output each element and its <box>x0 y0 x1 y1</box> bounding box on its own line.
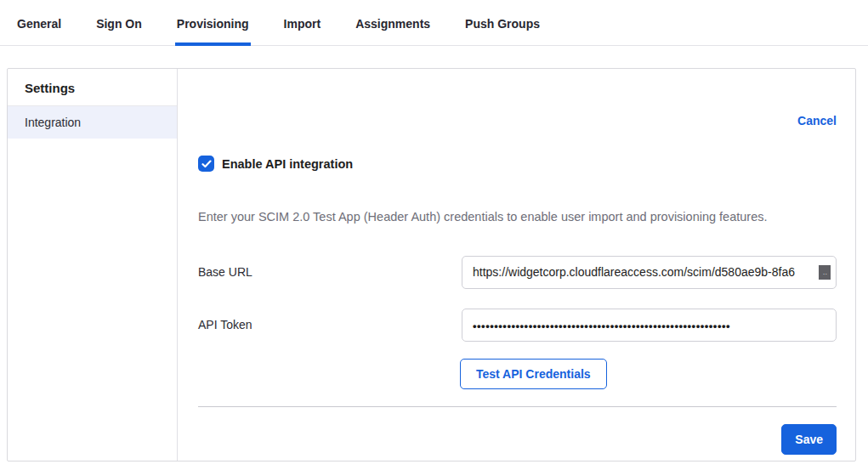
test-api-credentials-button[interactable]: Test API Credentials <box>460 359 607 389</box>
footer-divider <box>198 406 837 407</box>
api-token-input-wrap <box>462 309 837 342</box>
tab-assignments[interactable]: Assignments <box>354 17 432 46</box>
cancel-row: Cancel <box>198 113 837 128</box>
api-token-input[interactable] <box>462 309 837 342</box>
settings-sidebar: Settings Integration <box>8 69 178 461</box>
save-row: Save <box>198 424 837 455</box>
tab-import[interactable]: Import <box>282 17 323 46</box>
tab-general[interactable]: General <box>15 17 63 46</box>
tab-sign-on[interactable]: Sign On <box>94 17 144 46</box>
base-url-label: Base URL <box>198 265 462 279</box>
save-button[interactable]: Save <box>781 424 837 455</box>
sidebar-item-integration[interactable]: Integration <box>8 106 177 139</box>
test-credentials-row: Test API Credentials <box>198 359 837 389</box>
base-url-row: Base URL ‥ <box>198 255 837 289</box>
api-token-row: API Token <box>198 308 837 342</box>
enable-api-integration-checkbox[interactable] <box>198 156 214 172</box>
sidebar-header-settings: Settings <box>8 69 177 106</box>
credentials-description: Enter your SCIM 2.0 Test App (Header Aut… <box>198 210 837 224</box>
checkmark-icon <box>201 160 212 168</box>
tab-push-groups[interactable]: Push Groups <box>463 17 542 46</box>
integration-settings-form: Cancel Enable API integration Enter your… <box>178 69 856 461</box>
app-tab-bar: General Sign On Provisioning Import Assi… <box>0 0 868 46</box>
enable-api-integration-label: Enable API integration <box>222 157 353 171</box>
tab-provisioning[interactable]: Provisioning <box>175 17 251 46</box>
provisioning-panel: Settings Integration Cancel Enable API i… <box>7 68 856 462</box>
base-url-input-wrap: ‥ <box>462 256 837 289</box>
cancel-button[interactable]: Cancel <box>797 114 837 127</box>
base-url-input[interactable] <box>462 256 837 289</box>
enable-api-integration-row: Enable API integration <box>198 156 837 172</box>
api-token-label: API Token <box>198 318 462 331</box>
